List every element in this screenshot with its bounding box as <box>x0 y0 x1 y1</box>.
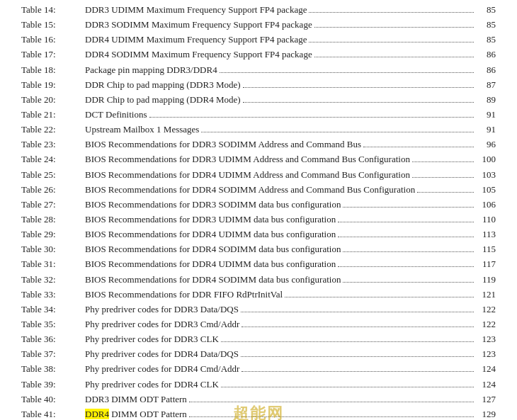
toc-row-inner: DDR4 SODIMM Maximum Frequency Support FP… <box>85 47 496 62</box>
toc-page-number: 106 <box>476 198 496 212</box>
table-row: Table 21:DCT Definitions91 <box>21 108 496 122</box>
toc-dots <box>241 356 474 357</box>
toc-label: Table 25: <box>21 168 85 182</box>
toc-row-inner: Phy predriver codes for DDR3 Data/DQS122 <box>85 302 496 317</box>
toc-row-inner: BIOS Recommendations for DDR3 UDIMM data… <box>85 212 496 227</box>
table-row: Table 17:DDR4 SODIMM Maximum Frequency S… <box>21 47 496 62</box>
table-row: Table 23:BIOS Recommendations for DDR3 S… <box>21 137 496 152</box>
toc-dots <box>221 341 474 342</box>
table-row: Table 39:Phy predriver codes for DDR4 CL… <box>21 378 496 392</box>
toc-page-number: 86 <box>476 63 496 77</box>
toc-page-number: 100 <box>476 152 496 166</box>
toc-page-number: 119 <box>476 273 496 287</box>
toc-page-number: 110 <box>476 212 496 227</box>
table-row: Table 30:BIOS Recommendations for DDR4 S… <box>21 242 496 256</box>
table-row: Table 14:DDR3 UDIMM Maximum Frequency Su… <box>21 3 496 17</box>
toc-label: Table 35: <box>21 317 85 331</box>
toc-row-inner: BIOS Recommendations for DDR3 SODIMM Add… <box>85 137 496 152</box>
table-row: Table 32:BIOS Recommendations for DDR4 S… <box>21 273 496 287</box>
toc-page-number: 86 <box>476 47 496 62</box>
toc-title: BIOS Recommendations for DDR4 SODIMM dat… <box>85 242 341 256</box>
table-row: Table 15:DDR3 SODIMM Maximum Frequency S… <box>21 18 496 32</box>
toc-dots <box>220 72 474 73</box>
table-row: Table 19:DDR Chip to pad mapping (DDR3 M… <box>21 78 496 92</box>
toc-dots <box>338 237 474 237</box>
toc-label: Table 26: <box>21 183 85 197</box>
toc-title: DDR Chip to pad mapping (DDR3 Mode) <box>85 78 241 92</box>
toc-row-inner: Upstream Mailbox 1 Messages91 <box>85 123 496 137</box>
toc-dots <box>149 117 474 118</box>
toc-row-inner: DDR4 DIMM ODT Pattern129 <box>85 407 496 420</box>
toc-title: BIOS Recommendations for DDR3 SODIMM dat… <box>85 198 341 212</box>
toc-page-number: 85 <box>476 33 496 47</box>
toc-label: Table 16: <box>21 33 85 47</box>
toc-title: BIOS Recommendations for DDR4 SODIMM Add… <box>85 183 415 197</box>
table-row: Table 28:BIOS Recommendations for DDR3 U… <box>21 212 496 227</box>
toc-row-inner: Phy predriver codes for DDR4 Data/DQS123 <box>85 347 496 361</box>
toc-page-number: 113 <box>476 227 496 242</box>
toc-title: BIOS Recommendations for DDR4 UDIMM data… <box>85 257 336 271</box>
toc-title: BIOS Recommendations for DDR FIFO RdPtrI… <box>85 288 283 302</box>
toc-title: Phy predriver codes for DDR4 Data/DQS <box>85 347 239 361</box>
toc-label: Table 22: <box>21 123 85 137</box>
toc-dots <box>285 297 474 297</box>
toc-title: DDR4 UDIMM Maximum Frequency Support FP4… <box>85 33 307 47</box>
toc-title: DDR4 SODIMM Maximum Frequency Support FP… <box>85 47 312 62</box>
table-row: Table 26:BIOS Recommendations for DDR4 S… <box>21 183 496 197</box>
toc-page-number: 122 <box>476 317 496 331</box>
toc-row-inner: Phy predriver codes for DDR4 Cmd/Addr124 <box>85 362 496 376</box>
table-row: Table 36:Phy predriver codes for DDR3 CL… <box>21 332 496 346</box>
toc-dots <box>241 312 474 312</box>
toc-title: Phy predriver codes for DDR4 Cmd/Addr <box>85 362 239 376</box>
toc-label: Table 20: <box>21 93 85 107</box>
table-row: Table 22: Upstream Mailbox 1 Messages91 <box>21 123 496 137</box>
toc-label: Table 34: <box>21 302 85 317</box>
toc-label: Table 15: <box>21 18 85 32</box>
table-row: Table 34:Phy predriver codes for DDR3 Da… <box>21 302 496 317</box>
toc-title: DDR4 DIMM ODT Pattern <box>85 407 187 420</box>
toc-row-inner: DDR4 UDIMM Maximum Frequency Support FP4… <box>85 33 496 47</box>
toc-title: BIOS Recommendations for DDR3 UDIMM Addr… <box>85 152 410 166</box>
toc-label: Table 38: <box>21 362 85 376</box>
toc-title: Phy predriver codes for DDR4 CLK <box>85 378 219 392</box>
toc-title: BIOS Recommendations for DDR3 SODIMM Add… <box>85 137 361 152</box>
toc-page-number: 127 <box>476 392 496 407</box>
toc-title: DDR3 DIMM ODT Pattern <box>85 392 187 407</box>
toc-row-inner: BIOS Recommendations for DDR4 SODIMM Add… <box>85 183 496 197</box>
toc-row-inner: BIOS Recommendations for DDR FIFO RdPtrI… <box>85 288 496 302</box>
toc-page-number: 85 <box>476 3 496 17</box>
toc-page-number: 89 <box>476 93 496 107</box>
toc-dots <box>242 327 474 327</box>
toc-dots <box>309 42 474 42</box>
toc-dots <box>243 102 474 103</box>
toc-label: Table 31: <box>21 257 85 271</box>
table-row: Table 40:DDR3 DIMM ODT Pattern127 <box>21 392 496 407</box>
toc-label: Table 27: <box>21 198 85 212</box>
toc-row-inner: BIOS Recommendations for DDR4 UDIMM Addr… <box>85 168 496 182</box>
toc-page-number: 124 <box>476 378 496 392</box>
toc-row-inner: Phy predriver codes for DDR3 Cmd/Addr122 <box>85 317 496 331</box>
toc-dots <box>363 147 474 147</box>
table-row: Table 33:BIOS Recommendations for DDR FI… <box>21 288 496 302</box>
toc-title: Package pin mapping DDR3/DDR4 <box>85 63 217 77</box>
toc-row-inner: BIOS Recommendations for DDR4 SODIMM dat… <box>85 273 496 287</box>
toc-title: DCT Definitions <box>85 108 147 122</box>
toc-page-number: 96 <box>476 137 496 152</box>
toc-page-number: 117 <box>476 257 496 271</box>
toc-row-inner: BIOS Recommendations for DDR4 SODIMM dat… <box>85 242 496 256</box>
toc-page: Table 14:DDR3 UDIMM Maximum Frequency Su… <box>0 0 517 420</box>
toc-page-number: 91 <box>476 108 496 122</box>
toc-label: Table 29: <box>21 227 85 242</box>
toc-title: DDR3 UDIMM Maximum Frequency Support FP4… <box>85 3 307 17</box>
toc-row-inner: DCT Definitions91 <box>85 108 496 122</box>
toc-label: Table 32: <box>21 273 85 287</box>
toc-label: Table 21: <box>21 108 85 122</box>
toc-dots <box>343 282 474 283</box>
toc-label: Table 19: <box>21 78 85 92</box>
toc-row-inner: BIOS Recommendations for DDR4 UDIMM data… <box>85 257 496 271</box>
toc-title: BIOS Recommendations for DDR4 UDIMM Addr… <box>85 168 410 182</box>
table-row: Table 31:BIOS Recommendations for DDR4 U… <box>21 257 496 271</box>
toc-dots <box>189 402 474 402</box>
toc-row-inner: Phy predriver codes for DDR4 CLK124 <box>85 378 496 392</box>
toc-dots <box>412 177 474 178</box>
